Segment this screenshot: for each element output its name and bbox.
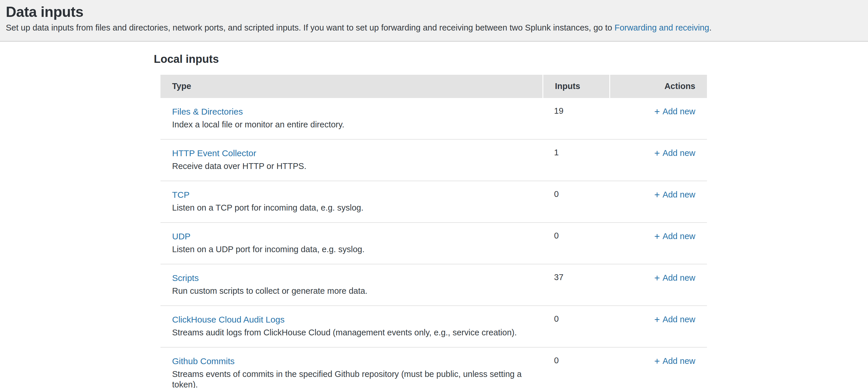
row-input-count: 0 (542, 223, 609, 264)
add-new-link[interactable]: +Add new (654, 315, 695, 324)
row-description: Index a local file or monitor an entire … (172, 119, 542, 130)
add-new-link[interactable]: +Add new (654, 356, 695, 366)
table-row: Scripts Run custom scripts to collect or… (160, 264, 707, 306)
table-row: ClickHouse Cloud Audit Logs Streams audi… (160, 306, 707, 348)
subtitle-period: . (709, 23, 712, 32)
page-subtitle: Set up data inputs from files and direct… (6, 23, 861, 33)
local-inputs-table: Type Inputs Actions Files & Directories … (160, 75, 707, 388)
type-cell: TCP Listen on a TCP port for incoming da… (160, 181, 542, 222)
plus-icon: + (654, 356, 660, 367)
type-cell: Scripts Run custom scripts to collect or… (160, 264, 542, 305)
add-new-link[interactable]: +Add new (654, 273, 695, 282)
row-name-link[interactable]: Github Commits (172, 356, 235, 367)
main-content: Local inputs Type Inputs Actions Files &… (0, 41, 868, 388)
row-description: Listen on a UDP port for incoming data, … (172, 244, 542, 255)
row-name-link[interactable]: HTTP Event Collector (172, 148, 256, 159)
actions-cell: +Add new (609, 140, 707, 181)
actions-cell: +Add new (609, 348, 707, 388)
add-new-label: Add new (662, 315, 695, 324)
table-row: TCP Listen on a TCP port for incoming da… (160, 181, 707, 223)
row-input-count: 19 (542, 98, 609, 139)
add-new-link[interactable]: +Add new (654, 107, 695, 116)
row-description: Run custom scripts to collect or generat… (172, 286, 542, 296)
table-header: Type Inputs Actions (160, 75, 707, 98)
plus-icon: + (654, 106, 660, 117)
header-type: Type (160, 75, 542, 98)
header-inputs: Inputs (543, 75, 609, 98)
add-new-link[interactable]: +Add new (654, 190, 695, 199)
subtitle-text: Set up data inputs from files and direct… (6, 23, 615, 32)
page-title: Data inputs (6, 4, 861, 20)
row-description: Streams audit logs from ClickHouse Cloud… (172, 327, 542, 338)
row-input-count: 0 (542, 306, 609, 347)
type-cell: HTTP Event Collector Receive data over H… (160, 140, 542, 181)
type-cell: Files & Directories Index a local file o… (160, 98, 542, 139)
row-name-link[interactable]: UDP (172, 231, 190, 242)
row-input-count: 37 (542, 264, 609, 305)
add-new-label: Add new (662, 148, 695, 158)
header-actions: Actions (610, 75, 707, 98)
actions-cell: +Add new (609, 223, 707, 264)
add-new-link[interactable]: +Add new (654, 148, 695, 158)
actions-cell: +Add new (609, 264, 707, 305)
actions-cell: +Add new (609, 181, 707, 222)
page-header: Data inputs Set up data inputs from file… (0, 0, 868, 41)
add-new-label: Add new (662, 273, 695, 282)
row-description: Receive data over HTTP or HTTPS. (172, 161, 542, 171)
add-new-label: Add new (662, 356, 695, 366)
add-new-label: Add new (662, 107, 695, 116)
row-name-link[interactable]: Scripts (172, 272, 199, 283)
row-input-count: 0 (542, 181, 609, 222)
type-cell: UDP Listen on a UDP port for incoming da… (160, 223, 542, 264)
row-description: Listen on a TCP port for incoming data, … (172, 203, 542, 213)
plus-icon: + (654, 314, 660, 325)
plus-icon: + (654, 231, 660, 242)
section-title: Local inputs (154, 53, 868, 66)
plus-icon: + (654, 272, 660, 283)
row-name-link[interactable]: Files & Directories (172, 106, 243, 117)
row-input-count: 0 (542, 348, 609, 388)
row-input-count: 1 (542, 140, 609, 181)
add-new-link[interactable]: +Add new (654, 232, 695, 241)
row-description: Streams events of commits in the specifi… (172, 369, 542, 388)
table-row: UDP Listen on a UDP port for incoming da… (160, 223, 707, 264)
plus-icon: + (654, 148, 660, 159)
add-new-label: Add new (662, 190, 695, 199)
table-row: Files & Directories Index a local file o… (160, 98, 707, 140)
table-row: HTTP Event Collector Receive data over H… (160, 140, 707, 181)
add-new-label: Add new (662, 232, 695, 241)
actions-cell: +Add new (609, 98, 707, 139)
type-cell: Github Commits Streams events of commits… (160, 348, 542, 388)
table-row: Github Commits Streams events of commits… (160, 348, 707, 388)
actions-cell: +Add new (609, 306, 707, 347)
forwarding-and-receiving-link[interactable]: Forwarding and receiving (615, 23, 709, 32)
plus-icon: + (654, 189, 660, 200)
row-name-link[interactable]: TCP (172, 189, 189, 200)
type-cell: ClickHouse Cloud Audit Logs Streams audi… (160, 306, 542, 347)
row-name-link[interactable]: ClickHouse Cloud Audit Logs (172, 314, 285, 325)
